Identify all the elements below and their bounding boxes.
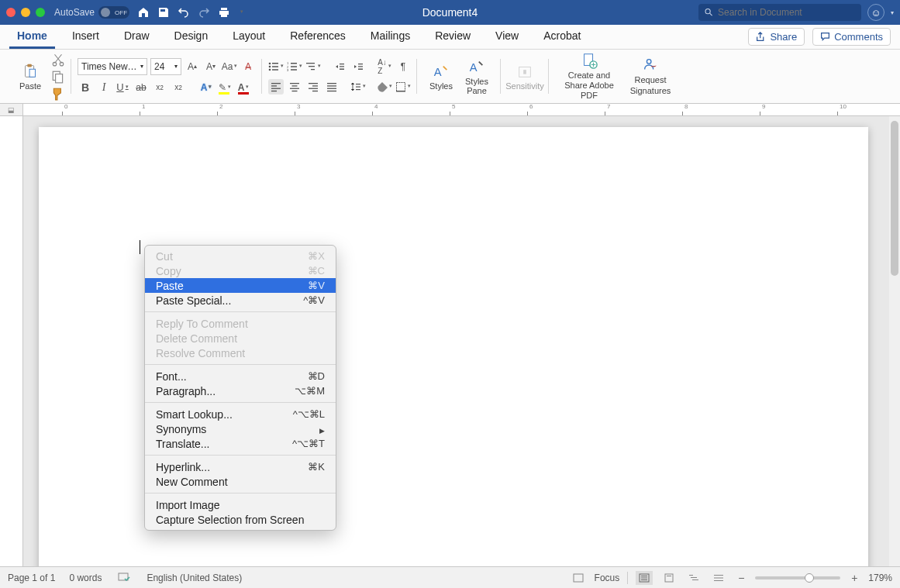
context-menu-new-comment[interactable]: New Comment [145,474,336,489]
horizontal-ruler[interactable]: 01234567891011 [23,104,900,116]
tab-mailings[interactable]: Mailings [363,25,418,49]
copy-icon[interactable] [51,70,65,83]
increase-font-icon[interactable]: A▴ [184,59,200,74]
page-status[interactable]: Page 1 of 1 [8,573,55,583]
zoom-slider-thumb[interactable] [805,573,814,583]
share-button[interactable]: Share [748,28,805,46]
change-case-icon[interactable]: Aa [222,59,237,74]
focus-icon[interactable] [570,571,587,585]
subscript-button[interactable]: x2 [152,80,167,95]
line-spacing-icon[interactable] [350,79,366,95]
bullets-icon[interactable] [268,59,284,74]
request-signatures-button[interactable]: Request Signatures [623,55,678,97]
superscript-button[interactable]: x2 [171,80,186,95]
zoom-slider[interactable] [755,576,840,579]
font-size-select[interactable]: 24▾ [150,58,181,75]
bold-button[interactable]: B [78,80,93,95]
context-menu-hyperlink[interactable]: Hyperlink...⌘K [145,459,336,474]
align-right-icon[interactable] [305,79,321,95]
focus-label[interactable]: Focus [595,573,620,583]
sort-icon[interactable]: A↓Z [377,59,392,74]
text-effects-icon[interactable]: A [198,80,214,95]
outline-icon[interactable] [710,571,727,585]
strikethrough-button[interactable]: ab [133,80,149,95]
ruler-corner[interactable]: ⬓ [0,104,23,116]
shading-icon[interactable] [377,79,392,95]
context-menu-synonyms[interactable]: Synonyms [145,421,336,436]
borders-icon[interactable] [395,79,411,95]
show-paragraph-marks-icon[interactable]: ¶ [395,59,411,74]
context-menu-import-image[interactable]: Import Image [145,497,336,512]
language-status[interactable]: English (United States) [147,573,242,583]
font-color-icon[interactable]: A [236,80,251,95]
search-box[interactable] [698,4,861,21]
context-menu-smart-lookup[interactable]: Smart Lookup...^⌥⌘L [145,407,336,421]
qat-customize-dropdown[interactable] [238,6,244,19]
context-menu-translate[interactable]: Translate...^⌥⌘T [145,436,336,451]
context-menu-font[interactable]: Font...⌘D [145,369,336,383]
tab-home[interactable]: Home [9,25,55,49]
tab-design[interactable]: Design [167,25,216,49]
minimize-window-button[interactable] [21,8,30,17]
maximize-window-button[interactable] [36,8,45,17]
decrease-font-icon[interactable]: A▾ [203,59,219,74]
redo-icon[interactable] [198,6,210,19]
svg-rect-60 [691,577,697,578]
multilevel-list-icon[interactable] [305,59,321,74]
home-icon[interactable] [137,6,150,19]
svg-text:3: 3 [287,67,289,71]
account-icon[interactable]: ☺ [867,4,884,21]
vertical-scrollbar[interactable] [889,116,900,566]
create-adobe-pdf-button[interactable]: Create and Share Adobe PDF [555,50,623,103]
zoom-out-button[interactable]: − [735,572,747,584]
context-menu-paste[interactable]: Paste⌘V [145,278,336,293]
vertical-ruler[interactable] [0,116,23,566]
word-count[interactable]: 0 words [69,573,102,583]
search-input[interactable] [718,7,855,18]
numbering-icon[interactable]: 123 [287,59,302,74]
align-center-icon[interactable] [287,79,302,95]
context-menu-paste-special[interactable]: Paste Special...^⌘V [145,293,336,308]
highlight-color-icon[interactable]: ✎ [217,80,233,95]
read-mode-icon[interactable] [636,571,653,585]
underline-button[interactable]: U [115,80,130,95]
tab-view[interactable]: View [488,25,526,49]
autosave-toggle[interactable]: AutoSave OFF [54,6,129,19]
tab-insert[interactable]: Insert [64,25,107,49]
print-layout-icon[interactable] [660,571,678,585]
font-name-select[interactable]: Times New…▾ [78,58,147,75]
paste-label: Paste [19,81,41,91]
styles-pane-button[interactable]: A Styles Pane [459,57,495,97]
styles-button[interactable]: A Styles [423,61,459,92]
tab-references[interactable]: References [282,25,353,49]
format-painter-icon[interactable] [51,88,65,100]
svg-rect-15 [291,63,297,64]
align-left-icon[interactable] [268,79,284,95]
context-menu-paragraph[interactable]: Paragraph...⌥⌘M [145,383,336,398]
italic-button[interactable]: I [96,80,112,95]
web-layout-icon[interactable] [685,571,702,585]
paste-button[interactable]: Paste [12,61,48,92]
tab-draw[interactable]: Draw [116,25,157,49]
print-icon[interactable] [218,6,230,19]
zoom-percent[interactable]: 179% [868,573,892,583]
decrease-indent-icon[interactable] [332,59,347,74]
scrollbar-thumb[interactable] [891,121,898,276]
zoom-in-button[interactable]: + [848,572,860,584]
undo-icon[interactable] [178,6,190,19]
document-area [0,116,889,566]
increase-indent-icon[interactable] [350,59,366,74]
autosave-state: OFF [115,9,127,16]
context-menu-capture-selection-from-screen[interactable]: Capture Selection from Screen [145,512,336,527]
save-icon[interactable] [157,6,170,19]
account-dropdown[interactable]: ▾ [891,9,894,16]
close-window-button[interactable] [6,8,16,17]
tab-layout[interactable]: Layout [225,25,273,49]
comments-button[interactable]: Comments [812,28,891,46]
justify-icon[interactable] [324,79,340,95]
clear-formatting-icon[interactable]: A̶ [240,59,256,74]
spellcheck-icon[interactable] [116,571,133,585]
tab-review[interactable]: Review [427,25,478,49]
tab-acrobat[interactable]: Acrobat [536,25,588,49]
cut-icon[interactable] [51,53,65,66]
